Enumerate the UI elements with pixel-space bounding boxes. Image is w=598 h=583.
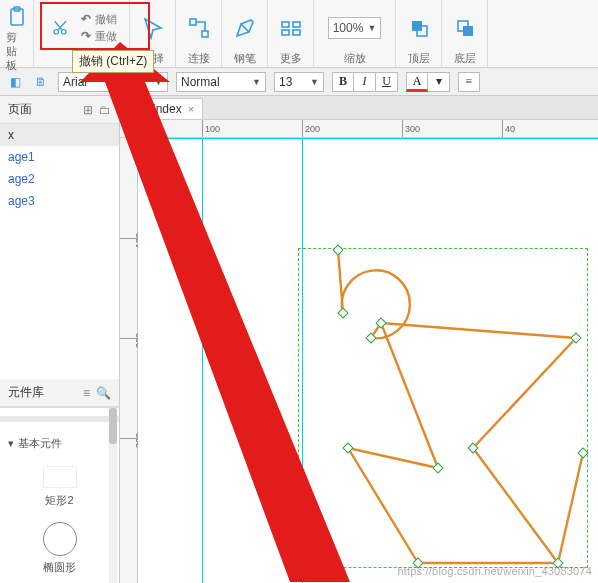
chevron-down-icon: ▼ (367, 23, 376, 33)
redo-arrow-icon: ↷ (81, 29, 91, 43)
undo-tooltip: 撤销 (Ctrl+Z) (72, 50, 154, 73)
toolbar-icon-1[interactable]: ◧ (6, 73, 24, 91)
connector-icon[interactable] (186, 15, 212, 41)
color-buttons: A ▾ (406, 72, 450, 92)
underline-button[interactable]: U (376, 72, 398, 92)
shape-rect-label: 矩形2 (45, 493, 73, 508)
drawn-path[interactable] (138, 138, 598, 583)
ruler-corner (120, 120, 138, 138)
front-group: 顶层 (396, 0, 442, 67)
library-scrollbar-thumb[interactable] (109, 408, 117, 444)
page-item[interactable]: age3 (0, 190, 119, 212)
search-icon[interactable]: 🔍 (96, 386, 111, 400)
page-list: x age1 age2 age3 (0, 124, 119, 212)
more-group: 更多 (268, 0, 314, 67)
canvas-area: index × 100 200 300 40 100 200 300 (120, 96, 598, 583)
close-icon[interactable]: × (188, 103, 194, 115)
chevron-down-icon: ▼ (252, 77, 261, 87)
shape-ellipse-label: 椭圆形 (43, 560, 76, 575)
ruler-tick: 40 (502, 120, 515, 137)
font-select[interactable]: Arial ▼ (58, 72, 168, 92)
weight-value: Normal (181, 75, 220, 89)
size-select[interactable]: 13 ▼ (274, 72, 324, 92)
zoom-label: 缩放 (344, 51, 366, 65)
cut-icon[interactable] (47, 15, 73, 41)
clipboard-group: 剪贴板 (0, 0, 34, 67)
library-menu-icon[interactable]: ≡ (83, 386, 90, 400)
library-category[interactable]: ▾ 基本元件 (8, 436, 111, 451)
library-panel-header: 元件库 ≡ 🔍 (0, 379, 119, 407)
svg-rect-7 (293, 22, 300, 27)
zoom-value: 100% (333, 21, 364, 35)
pages-title: 页面 (8, 101, 32, 118)
add-page-icon[interactable]: ⊞ (83, 103, 93, 117)
shape-rect[interactable]: 矩形2 (8, 465, 111, 508)
pen-label: 钢笔 (234, 51, 256, 65)
paste-icon[interactable] (4, 4, 30, 30)
svg-rect-4 (190, 19, 196, 25)
tab-index[interactable]: index × (144, 98, 203, 119)
more-label: 更多 (280, 51, 302, 65)
library-body: ▾ 基本元件 矩形2 椭圆形 (0, 407, 119, 583)
canvas[interactable] (138, 138, 598, 583)
bring-front-icon[interactable] (406, 15, 432, 41)
workspace: 页面 ⊞ 🗀 x age1 age2 age3 元件库 ≡ 🔍 ▾ 基本元件 (0, 96, 598, 583)
page-item[interactable]: age1 (0, 146, 119, 168)
sidebar: 页面 ⊞ 🗀 x age1 age2 age3 元件库 ≡ 🔍 ▾ 基本元件 (0, 96, 120, 583)
toolbar-icon-2[interactable]: 🗎 (32, 73, 50, 91)
page-item[interactable]: age2 (0, 168, 119, 190)
chevron-down-icon: ▼ (154, 77, 163, 87)
ruler-tick: 100 (202, 120, 220, 137)
svg-rect-8 (282, 30, 289, 35)
ruler-vertical[interactable]: 100 200 300 (120, 138, 138, 583)
ruler-horizontal[interactable]: 100 200 300 40 (138, 120, 598, 138)
undo-arrow-icon: ↶ (81, 12, 91, 26)
chevron-down-icon: ▼ (310, 77, 319, 87)
back-label: 底层 (454, 51, 476, 65)
clipboard-label: 剪贴板 (6, 30, 27, 72)
list-button[interactable]: ≡ (458, 72, 480, 92)
svg-rect-5 (202, 31, 208, 37)
redo-label: 重做 (95, 29, 117, 44)
send-back-icon[interactable] (452, 15, 478, 41)
connect-label: 连接 (188, 51, 210, 65)
chevron-down-icon: ▾ (8, 437, 14, 450)
text-color-button[interactable]: A (406, 72, 428, 92)
undo-button[interactable]: ↶ 撤销 (81, 12, 117, 27)
size-value: 13 (279, 75, 292, 89)
pages-panel-header: 页面 ⊞ 🗀 (0, 96, 119, 124)
pen-group: 钢笔 (222, 0, 268, 67)
shape-ellipse[interactable]: 椭圆形 (8, 522, 111, 575)
folder-icon[interactable]: 🗀 (99, 103, 111, 117)
cursor-icon[interactable] (140, 15, 166, 41)
text-color-more[interactable]: ▾ (428, 72, 450, 92)
pen-icon[interactable] (232, 15, 258, 41)
tab-label: index (153, 102, 182, 116)
svg-rect-6 (282, 22, 289, 27)
front-label: 顶层 (408, 51, 430, 65)
tab-strip: index × (120, 96, 598, 120)
ruler-tick: 200 (302, 120, 320, 137)
watermark: https://blog.csdn.net/weixin_43083074 (397, 565, 592, 577)
svg-rect-9 (293, 30, 300, 35)
font-value: Arial (63, 75, 87, 89)
page-item[interactable]: x (0, 124, 119, 146)
bold-button[interactable]: B (332, 72, 354, 92)
zoom-group: 100% ▼ 缩放 (314, 0, 396, 67)
zoom-select[interactable]: 100% ▼ (328, 17, 382, 39)
italic-button[interactable]: I (354, 72, 376, 92)
library-title: 元件库 (8, 384, 44, 401)
undo-label: 撤销 (95, 12, 117, 27)
connect-group: 连接 (176, 0, 222, 67)
more-icon[interactable] (278, 15, 304, 41)
redo-button[interactable]: ↷ 重做 (81, 29, 117, 44)
style-buttons: B I U (332, 72, 398, 92)
ruler-tick: 300 (402, 120, 420, 137)
weight-select[interactable]: Normal ▼ (176, 72, 266, 92)
back-group: 底层 (442, 0, 488, 67)
